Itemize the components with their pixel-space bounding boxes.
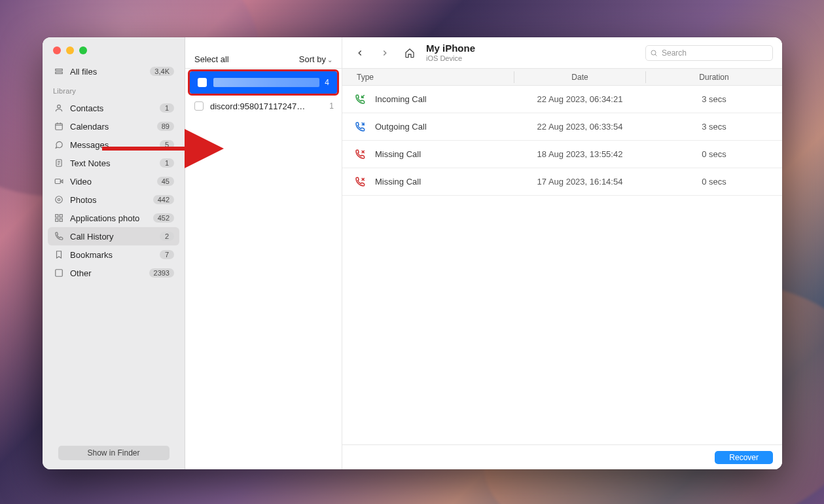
svg-rect-17 bbox=[56, 219, 58, 221]
search-input[interactable]: Search bbox=[645, 45, 773, 61]
contact-call-count: 1 bbox=[329, 101, 334, 111]
sort-by-button[interactable]: Sort by⌄ bbox=[299, 54, 332, 64]
sidebar-item-label: Text Notes bbox=[70, 158, 160, 168]
footer-bar: Recover bbox=[342, 444, 782, 469]
sidebar-library-list: Contacts1Calendars89Messages5Text Notes1… bbox=[43, 96, 185, 282]
sidebar-badge: 2 bbox=[160, 232, 174, 241]
call-duration: 0 secs bbox=[646, 177, 782, 187]
search-icon bbox=[650, 49, 658, 57]
svg-point-13 bbox=[58, 198, 60, 201]
checkbox[interactable] bbox=[194, 101, 204, 111]
button-label: Recover bbox=[729, 453, 759, 462]
sidebar-badge: 442 bbox=[153, 195, 174, 204]
sidebar-badge: 7 bbox=[160, 250, 174, 259]
sidebar-item-messages[interactable]: Messages5 bbox=[48, 135, 179, 154]
sidebar-badge: 3,4K bbox=[150, 67, 174, 76]
svg-rect-16 bbox=[60, 215, 62, 217]
nav-back-button[interactable] bbox=[351, 45, 368, 62]
text-notes-icon bbox=[53, 158, 65, 168]
sidebar-item-bookmarks[interactable]: Bookmarks7 bbox=[48, 245, 179, 264]
sidebar-badge: 45 bbox=[157, 177, 174, 186]
page-title: My iPhone bbox=[426, 43, 475, 54]
call-duration: 3 secs bbox=[646, 94, 782, 104]
bookmarks-icon bbox=[53, 250, 65, 259]
call-type-label: Missing Call bbox=[375, 149, 421, 159]
close-window-button[interactable] bbox=[53, 46, 61, 54]
sidebar-section-header: Library bbox=[43, 81, 185, 96]
table-row[interactable]: Missing Call17 Aug 2023, 16:14:540 secs bbox=[342, 168, 782, 196]
column-header-date[interactable]: Date bbox=[514, 73, 645, 82]
nav-forward-button[interactable] bbox=[376, 45, 393, 62]
call-date: 17 Aug 2023, 16:14:54 bbox=[514, 177, 645, 187]
sidebar-item-contacts[interactable]: Contacts1 bbox=[48, 99, 179, 117]
svg-point-20 bbox=[651, 50, 656, 55]
other-icon bbox=[53, 268, 65, 278]
sidebar-item-video[interactable]: Video45 bbox=[48, 172, 179, 190]
svg-line-21 bbox=[655, 54, 657, 56]
contact-list-item[interactable]: 4 bbox=[190, 71, 337, 94]
sidebar-badge: 1 bbox=[160, 158, 174, 168]
sidebar-item-label: Bookmarks bbox=[70, 250, 160, 260]
select-all-button[interactable]: Select all bbox=[194, 54, 229, 64]
sidebar-item-label: Photos bbox=[70, 195, 153, 205]
recover-button[interactable]: Recover bbox=[715, 451, 773, 464]
sidebar-item-label: Other bbox=[70, 268, 149, 278]
svg-rect-15 bbox=[56, 215, 58, 217]
svg-rect-11 bbox=[55, 179, 60, 184]
title-block: My iPhone iOS Device bbox=[426, 43, 475, 63]
column-header-duration[interactable]: Duration bbox=[646, 73, 782, 82]
sidebar-badge: 1 bbox=[160, 103, 174, 113]
sidebar-item-label: Call History bbox=[70, 232, 160, 242]
sidebar-item-label: Calendars bbox=[70, 122, 157, 132]
sidebar-badge: 5 bbox=[160, 140, 174, 149]
sidebar-item-applications-photo[interactable]: Applications photo452 bbox=[48, 209, 179, 227]
table-header-row: Type Date Duration bbox=[342, 69, 782, 86]
sidebar-item-label: Applications photo bbox=[70, 213, 153, 223]
sidebar-item-text-notes[interactable]: Text Notes1 bbox=[48, 154, 179, 172]
svg-point-2 bbox=[58, 105, 61, 108]
call-type-label: Outgoing Call bbox=[375, 122, 427, 132]
show-in-finder-button[interactable]: Show in Finder bbox=[58, 446, 170, 460]
sidebar-item-other[interactable]: Other2393 bbox=[48, 264, 179, 282]
call-date: 22 Aug 2023, 06:33:54 bbox=[514, 122, 645, 132]
contact-call-count: 4 bbox=[325, 78, 329, 87]
contact-list-item[interactable]: discord:958017117247…1 bbox=[185, 95, 342, 117]
sidebar-item-label: Contacts bbox=[70, 103, 160, 113]
contact-list-panel: Select all Sort by⌄ 4discord:95801711724… bbox=[185, 37, 342, 469]
call-type-label: Incoming Call bbox=[375, 94, 427, 104]
chevron-down-icon: ⌄ bbox=[327, 56, 332, 63]
call-history-icon bbox=[53, 232, 65, 241]
table-body: Incoming Call22 Aug 2023, 06:34:213 secs… bbox=[342, 86, 782, 444]
button-label: Show in Finder bbox=[87, 448, 139, 458]
sidebar-badge: 2393 bbox=[149, 268, 174, 278]
column-header-type[interactable]: Type bbox=[342, 73, 514, 82]
svg-point-14 bbox=[56, 196, 63, 204]
sidebar-item-photos[interactable]: Photos442 bbox=[48, 190, 179, 209]
minimize-window-button[interactable] bbox=[66, 46, 74, 54]
toolbar: My iPhone iOS Device Search bbox=[342, 37, 782, 69]
table-row[interactable]: Missing Call18 Aug 2023, 13:55:420 secs bbox=[342, 141, 782, 168]
checkbox[interactable] bbox=[198, 78, 207, 87]
video-icon bbox=[53, 177, 65, 186]
zoom-window-button[interactable] bbox=[79, 46, 87, 54]
sidebar-item-all-files[interactable]: All files 3,4K bbox=[48, 62, 179, 81]
svg-rect-1 bbox=[56, 72, 63, 73]
sidebar-badge: 89 bbox=[157, 122, 174, 131]
svg-rect-18 bbox=[60, 219, 62, 221]
home-button[interactable] bbox=[401, 45, 418, 62]
messages-icon bbox=[53, 140, 65, 149]
sidebar-item-call-history[interactable]: Call History2 bbox=[48, 227, 179, 245]
main-panel: My iPhone iOS Device Search Type Date Du… bbox=[342, 37, 782, 469]
incoming-call-icon bbox=[354, 94, 366, 105]
sidebar-item-calendars[interactable]: Calendars89 bbox=[48, 117, 179, 135]
table-row[interactable]: Incoming Call22 Aug 2023, 06:34:213 secs bbox=[342, 86, 782, 113]
sort-by-label: Sort by bbox=[299, 54, 326, 64]
contact-name-redacted bbox=[213, 78, 319, 87]
contact-name: discord:958017117247… bbox=[210, 101, 324, 111]
window-controls bbox=[43, 37, 185, 60]
table-row[interactable]: Outgoing Call22 Aug 2023, 06:33:543 secs bbox=[342, 113, 782, 141]
stack-icon bbox=[53, 67, 65, 76]
sidebar-item-label: All files bbox=[70, 67, 150, 77]
photos-icon bbox=[53, 195, 65, 204]
applications-photo-icon bbox=[53, 213, 65, 223]
